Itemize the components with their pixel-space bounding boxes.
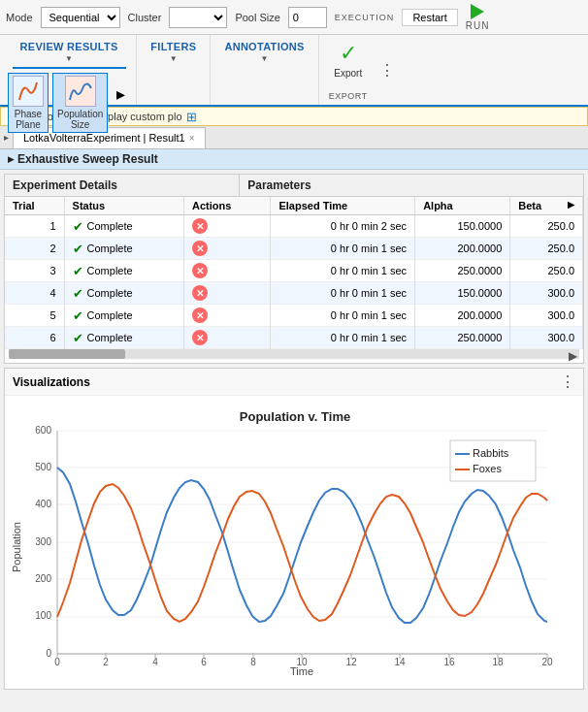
visualization-section: Visualizations ⋮ Population v. Time Popu… [4,368,584,690]
execution-group: EXECUTION [335,13,395,22]
cell-beta: 250.0 [510,238,583,260]
check-icon: ✔ [73,219,83,234]
cell-trial: 1 [5,215,64,238]
table-header-row: Trial Status Actions Elapsed Time Alpha … [5,197,583,215]
cell-actions[interactable]: ✕ [183,215,270,238]
delete-icon[interactable]: ✕ [192,330,208,345]
export-label: Export [334,68,362,79]
export-check-icon: ✓ [340,41,357,66]
pool-label: Pool Size [235,12,279,23]
col-actions: Actions [183,197,270,215]
cell-actions[interactable]: ✕ [183,305,270,327]
cell-elapsed: 0 hr 0 min 1 sec [271,327,415,349]
cell-elapsed: 0 hr 0 min 1 sec [271,305,415,327]
table-row[interactable]: 1✔Complete✕0 hr 0 min 2 sec150.0000250.0 [5,215,583,238]
cell-status: ✔Complete [64,305,183,327]
review-results-tab[interactable]: REVIEW RESULTS ▼ [13,37,126,69]
check-icon: ✔ [73,242,83,256]
svg-text:600: 600 [35,425,51,436]
status-text: Complete [87,265,133,276]
cell-alpha: 150.0000 [415,215,510,238]
col-trial: Trial [5,197,64,215]
cell-trial: 3 [5,260,64,282]
restart-button[interactable]: Restart [402,9,457,26]
svg-text:400: 400 [35,499,51,509]
cell-elapsed: 0 hr 0 min 1 sec [271,238,415,260]
run-arrow-icon [471,4,484,19]
parameters-header: Parameters [240,175,583,196]
delete-icon[interactable]: ✕ [192,285,208,301]
phase-plane-button[interactable]: PhasePlane [8,73,49,133]
annotations-group: ANNOTATIONS ▼ [211,35,318,105]
viz-menu-button[interactable]: ⋮ [560,372,575,391]
filters-tab[interactable]: FILTERS ▼ [143,37,204,67]
scroll-arrow-right[interactable]: ▶ [569,349,577,363]
table-row[interactable]: 4✔Complete✕0 hr 0 min 1 sec150.0000300.0 [5,282,583,305]
cell-actions[interactable]: ✕ [183,282,270,305]
svg-text:Population v. Time: Population v. Time [240,409,350,424]
annotations-chevron: ▼ [260,54,268,63]
tab-title: LotkaVolterraExperiment | Result1 [23,132,185,144]
horizontal-scrollbar[interactable]: ▶ [9,349,579,359]
breadcrumb-arrow-icon: ▸ [8,152,14,166]
export-button[interactable]: ✓ Export [326,37,370,82]
scrollbar-thumb[interactable] [9,349,125,359]
table-row[interactable]: 2✔Complete✕0 hr 0 min 1 sec200.0000250.0 [5,238,583,260]
cell-beta: 250.0 [510,260,583,282]
check-icon: ✔ [73,308,83,323]
filters-group: FILTERS ▼ [137,35,211,105]
col-alpha: Alpha [415,197,510,215]
svg-text:0: 0 [46,648,51,659]
delete-icon[interactable]: ✕ [192,307,208,323]
delete-icon[interactable]: ✕ [192,263,208,278]
table-row[interactable]: 6✔Complete✕0 hr 0 min 1 sec250.0000300.0 [5,327,583,349]
cell-alpha: 250.0000 [415,327,510,349]
more-button[interactable]: ▸ [112,73,130,108]
cell-actions[interactable]: ✕ [183,238,270,260]
cell-alpha: 250.0000 [415,260,510,282]
run-label: RUN [466,20,490,31]
cell-trial: 5 [5,305,64,327]
population-size-button[interactable]: PopulationSize [52,73,108,133]
cell-status: ✔Complete [64,238,183,260]
cell-status: ✔Complete [64,282,183,305]
cell-elapsed: 0 hr 0 min 2 sec [271,215,415,238]
foxes-line [57,484,547,622]
cell-beta: 250.0 [510,215,583,238]
review-results-group: REVIEW RESULTS ▼ PhasePlane PopulationSi… [2,35,137,105]
cell-status: ✔Complete [64,215,183,238]
table-row[interactable]: 5✔Complete✕0 hr 0 min 1 sec200.0000300.0 [5,305,583,327]
chart-area: Population v. Time Population Time 0 100… [5,396,583,689]
phase-plane-icon [13,76,44,107]
experiment-section: Experiment Details Parameters Trial Stat… [4,174,584,364]
svg-text:300: 300 [35,536,51,547]
execution-label: EXECUTION [335,13,395,22]
cell-actions[interactable]: ✕ [183,260,270,282]
table-body: 1✔Complete✕0 hr 0 min 2 sec150.0000250.0… [5,215,583,349]
ribbon-overflow-button[interactable]: ⋮ [379,35,395,105]
col-status: Status [64,197,183,215]
cell-status: ✔Complete [64,327,183,349]
cell-elapsed: 0 hr 0 min 1 sec [271,282,415,305]
svg-text:100: 100 [35,610,51,621]
table-row[interactable]: 3✔Complete✕0 hr 0 min 1 sec250.0000250.0 [5,260,583,282]
tab-close-button[interactable]: × [189,133,195,144]
review-results-icons: PhasePlane PopulationSize ▸ [8,73,130,133]
cell-alpha: 200.0000 [415,305,510,327]
scroll-right-arrow[interactable]: ▶ [568,200,574,210]
grid-icon: ⊞ [186,110,197,124]
annotations-tab[interactable]: ANNOTATIONS ▼ [216,37,311,67]
phase-plane-label: PhasePlane [15,109,42,130]
pool-input[interactable] [288,7,327,28]
cell-actions[interactable]: ✕ [183,327,270,349]
col-elapsed: Elapsed Time [271,197,415,215]
tab-nav-arrow[interactable]: ▸ [4,132,9,143]
svg-text:Foxes: Foxes [473,463,502,474]
mode-select[interactable]: Sequential [41,7,120,28]
cell-beta: 300.0 [510,327,583,349]
status-text: Complete [87,309,133,321]
delete-icon[interactable]: ✕ [192,241,208,256]
breadcrumb: ▸ Exhaustive Sweep Result [0,149,588,170]
delete-icon[interactable]: ✕ [192,218,208,234]
cluster-select[interactable] [169,7,227,28]
